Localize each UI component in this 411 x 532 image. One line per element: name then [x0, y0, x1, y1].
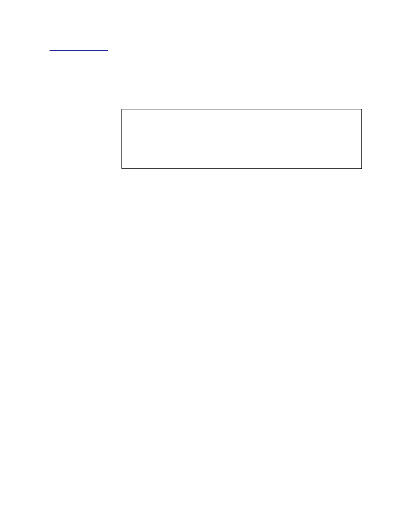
content-box: [121, 109, 362, 169]
link-underline[interactable]: [50, 50, 108, 51]
